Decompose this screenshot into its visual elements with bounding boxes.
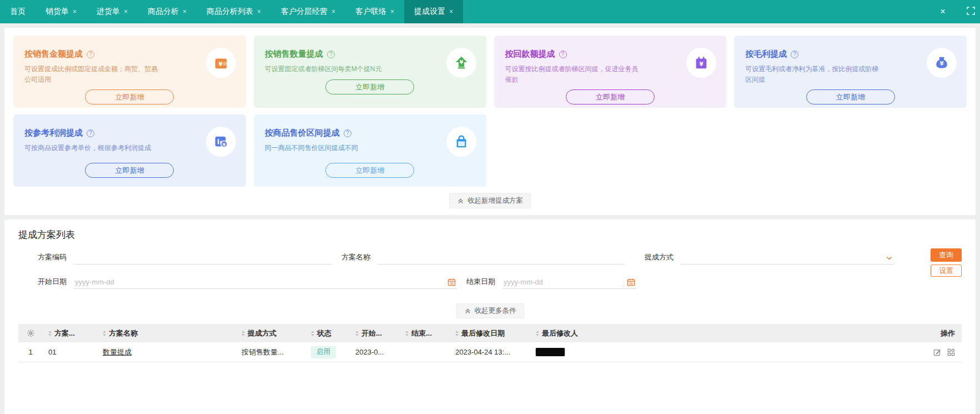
tab-close-icon[interactable]: ×	[124, 8, 128, 16]
svg-text:¥: ¥	[700, 61, 704, 67]
column-header-end[interactable]: 结束...	[400, 328, 450, 338]
fullscreen-icon[interactable]	[962, 7, 979, 17]
sort-icon[interactable]	[242, 331, 245, 336]
tab-close-icon[interactable]: ×	[183, 8, 187, 16]
chevron-down-icon[interactable]	[886, 255, 893, 262]
sort-icon[interactable]	[536, 331, 539, 336]
new-commission-plans-panel: 按销售金额提成? 可设置提成比例或固定提成金额；商贸、贸易公司适用 立即新增 ¥…	[4, 28, 976, 215]
column-header-method[interactable]: 提成方式	[236, 328, 305, 338]
column-header-status[interactable]: 状态	[305, 328, 350, 338]
add-now-button[interactable]: 立即新增	[85, 89, 174, 104]
top-tab-bar: 首页 销货单× 进货单× 商品分析× 商品分析列表× 客户分层经营× 客户联络×…	[0, 0, 980, 23]
tab-close-icon[interactable]: ×	[390, 8, 394, 16]
status-cell: 启用	[305, 346, 350, 358]
more-apps-grid-icon[interactable]	[947, 348, 955, 356]
tab-customer-tiering[interactable]: 客户分层经营×	[271, 0, 345, 23]
commission-plan-list-panel: 提成方案列表 方案编码 方案名称 提成方式 开始日期	[4, 220, 976, 414]
sort-icon[interactable]	[103, 331, 106, 336]
table-row: 1 01 数量提成 按销售数量... 启用 2023-0... 2023-04-…	[18, 342, 962, 362]
column-settings-gear[interactable]	[18, 329, 43, 337]
search-button[interactable]: 查询	[931, 248, 962, 262]
start-date-cell: 2023-0...	[350, 348, 400, 356]
column-header-plan-name[interactable]: 方案名称	[97, 328, 236, 338]
card-title: 按商品售价区间提成?	[265, 128, 475, 138]
tab-home[interactable]: 首页	[0, 0, 36, 23]
double-chevron-up-icon	[464, 307, 471, 315]
card-description: 可设置提成比例或固定提成金额；商贸、贸易公司适用	[24, 64, 160, 84]
column-header-actions: 操作	[917, 328, 962, 338]
column-header-plan-code[interactable]: 方案...	[43, 328, 97, 338]
end-date-input[interactable]	[502, 278, 636, 288]
add-now-button[interactable]: 立即新增	[325, 163, 414, 178]
chart-yuan-icon: ¥	[206, 127, 236, 157]
tab-label: 提成设置	[414, 7, 445, 17]
plan-name-link[interactable]: 数量提成	[97, 347, 236, 357]
sort-icon[interactable]	[48, 331, 52, 336]
plan-code-input[interactable]	[74, 253, 332, 264]
add-now-button[interactable]: 立即新增	[85, 163, 174, 178]
start-date-input[interactable]	[74, 278, 457, 288]
collapse-more-filters-button[interactable]: 收起更多条件	[456, 303, 524, 318]
help-icon[interactable]: ?	[791, 51, 798, 58]
commission-cards-grid: 按销售金额提成? 可设置提成比例或固定提成金额；商贸、贸易公司适用 立即新增 ¥…	[13, 36, 967, 187]
tab-sales-order[interactable]: 销货单×	[36, 0, 87, 23]
commission-method-field: 提成方式	[645, 250, 894, 265]
card-title: 按回款额提成?	[505, 49, 716, 59]
help-icon[interactable]: ?	[559, 51, 567, 58]
tab-label: 商品分析列表	[207, 7, 253, 17]
status-badge: 启用	[311, 346, 336, 358]
tab-close-icon[interactable]: ×	[331, 8, 335, 16]
help-icon[interactable]: ?	[87, 51, 94, 58]
calendar-icon[interactable]	[627, 278, 635, 286]
arrow-up-yuan-icon: ¥	[446, 48, 476, 78]
tab-close-icon[interactable]: ×	[257, 8, 261, 16]
money-bag-icon: ¥	[927, 48, 957, 78]
card-payment-collection-commission: 按回款额提成? 可设置按比例提或者阶梯区间提，促进业务员催款 立即新增 ¥	[494, 36, 727, 108]
help-icon[interactable]: ?	[344, 129, 351, 137]
row-index: 1	[18, 348, 43, 356]
card-title: 按销售金额提成?	[24, 49, 235, 59]
tab-customer-contact[interactable]: 客户联络×	[345, 0, 404, 23]
help-icon[interactable]: ?	[87, 129, 94, 137]
tab-close-icon[interactable]: ×	[73, 8, 77, 16]
sort-icon[interactable]	[455, 331, 459, 336]
collapse-new-plans-button[interactable]: 收起新增提成方案	[449, 193, 531, 208]
tab-label: 客户联络	[355, 7, 386, 17]
tab-product-analysis[interactable]: 商品分析×	[138, 0, 197, 23]
svg-text:¥: ¥	[459, 59, 463, 65]
column-header-start[interactable]: 开始...	[350, 328, 400, 338]
tab-commission-settings[interactable]: 提成设置×	[404, 0, 463, 23]
modified-by-cell	[530, 348, 917, 356]
shopping-bag-icon	[446, 127, 476, 157]
calendar-icon[interactable]	[448, 278, 456, 286]
settings-button[interactable]: 设置	[931, 265, 962, 277]
tab-close-icon[interactable]: ×	[449, 8, 453, 16]
help-icon[interactable]: ?	[327, 51, 335, 58]
field-label: 方案名称	[341, 252, 370, 265]
column-header-modified-by[interactable]: 最后修改人	[530, 328, 917, 338]
tab-label: 首页	[10, 7, 26, 17]
close-icon[interactable]: ×	[934, 7, 951, 17]
add-now-button[interactable]: 立即新增	[566, 89, 655, 104]
add-now-button[interactable]: 立即新增	[325, 79, 414, 94]
card-sales-amount-commission: 按销售金额提成? 可设置提成比例或固定提成金额；商贸、贸易公司适用 立即新增 ¥	[13, 36, 246, 108]
section-title: 提成方案列表	[18, 228, 962, 241]
tab-product-analysis-list[interactable]: 商品分析列表×	[197, 0, 271, 23]
plan-name-field: 方案名称	[341, 250, 624, 265]
sort-icon[interactable]	[405, 331, 409, 336]
plan-table: 方案... 方案名称 提成方式 状态 开始... 结束... 最后修改日期 最后…	[18, 324, 962, 362]
plan-name-input[interactable]	[378, 253, 624, 264]
tab-label: 客户分层经营	[281, 7, 328, 17]
add-now-button[interactable]: 立即新增	[806, 89, 895, 104]
edit-icon[interactable]	[933, 348, 941, 356]
sort-icon[interactable]	[311, 331, 314, 336]
column-header-modified-date[interactable]: 最后修改日期	[450, 328, 530, 338]
commission-method-select[interactable]	[681, 253, 894, 264]
sort-icon[interactable]	[355, 331, 359, 336]
navbar-controls: ×	[934, 0, 980, 23]
plan-code-field: 方案编码	[38, 250, 332, 265]
tab-purchase-order[interactable]: 进货单×	[87, 0, 138, 23]
end-date-field: 结束日期	[466, 275, 636, 289]
tab-label: 销货单	[46, 7, 69, 17]
card-title: 按参考利润提成?	[24, 128, 235, 138]
